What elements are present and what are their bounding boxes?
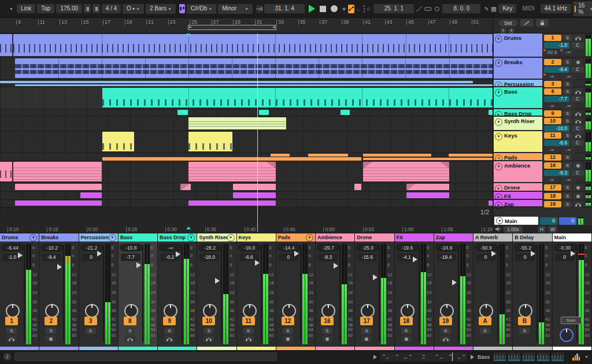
arrangement-track-percussion[interactable] — [0, 80, 493, 87]
cue-headphone-button[interactable] — [441, 336, 451, 342]
fader-handle[interactable] — [373, 274, 378, 280]
track-header-drone[interactable]: ▸Drone17S — [493, 183, 592, 192]
bar-number[interactable]: 41 — [363, 20, 371, 25]
clip[interactable] — [489, 200, 493, 206]
solo-button[interactable]: S — [563, 132, 572, 139]
fold-icon[interactable]: ▾ — [495, 35, 502, 43]
mixer-strip-b-delay[interactable]: B Delay-55.20606121824303642485460BS — [513, 233, 552, 350]
mixer-track-title[interactable]: Breaks — [39, 233, 78, 242]
draw-mode-icon[interactable]: ✎ — [484, 5, 489, 13]
midi-map-button[interactable]: MIDI — [518, 4, 538, 13]
peak-level-display[interactable]: -28.2 — [198, 244, 221, 251]
main-track-title[interactable]: Main — [494, 217, 538, 225]
solo-button[interactable]: S — [164, 328, 175, 334]
mixer-strip-main[interactable]: Main-0.300606121824303642485460Solo — [553, 233, 592, 350]
track-number-badge[interactable]: 1 — [5, 317, 18, 325]
arrangement-track-zap[interactable] — [0, 200, 493, 207]
clip[interactable] — [102, 157, 361, 161]
track-number-badge[interactable]: 3 — [84, 317, 97, 325]
arm-record-button[interactable] — [574, 193, 582, 199]
main-volume-field[interactable]: 0 — [540, 217, 557, 225]
zoom-width-button[interactable]: W — [548, 226, 557, 233]
punch-out-icon[interactable] — [434, 5, 441, 13]
tempo-field[interactable]: 175.00 — [56, 4, 82, 13]
scale-root-menu[interactable]: C#/Db▼ — [187, 4, 216, 14]
bar-number[interactable]: 21 — [146, 20, 154, 25]
mixer-track-title[interactable]: FX — [395, 233, 434, 242]
device-thumb[interactable] — [522, 352, 535, 362]
nudge-up-button[interactable]: |||| — [92, 4, 99, 13]
main-track-header[interactable]: Main 0 0 — [493, 216, 592, 225]
volume-field[interactable]: -7.7 — [544, 96, 569, 102]
mixer-strip-bass[interactable]: Bass-10.8-7.76061218243036424854608S — [119, 233, 158, 350]
cue-headphone-button[interactable] — [164, 336, 175, 342]
capture-midi-icon[interactable] — [364, 5, 365, 13]
fold-icon[interactable]: ▾ — [187, 234, 195, 242]
device-chain-overview[interactable] — [493, 352, 564, 362]
scrub-icon[interactable] — [520, 19, 533, 27]
track-header-drums[interactable]: ▾Drums1S-1.0C-52.8-∞ — [493, 34, 592, 58]
time-signature-field[interactable]: 4 / 4 — [102, 4, 121, 13]
bar-number[interactable]: 43 — [385, 20, 393, 25]
loop-start-marker-bottom[interactable] — [186, 226, 191, 229]
clip[interactable] — [188, 132, 232, 151]
solo-button[interactable]: S — [322, 328, 332, 334]
device-thumb[interactable] — [493, 352, 506, 362]
device-play-icon[interactable] — [471, 355, 474, 359]
peak-level-display[interactable]: -25.0 — [356, 244, 379, 251]
arm-record-button[interactable] — [574, 162, 582, 169]
clip[interactable] — [15, 84, 493, 86]
clip[interactable] — [180, 184, 191, 190]
arrangement-track-drums[interactable] — [0, 34, 493, 58]
fold-icon[interactable]: ▾ — [495, 163, 502, 170]
arrangement-track-synth-riser[interactable] — [0, 117, 493, 131]
track-number-badge[interactable]: 3 — [544, 81, 561, 87]
mixer-track-title[interactable]: Pads▾ — [276, 233, 315, 242]
mixer-strip-fx[interactable]: FX-19.6-4.160612182430364248546018S — [395, 233, 434, 350]
device-thumb[interactable] — [536, 352, 550, 362]
fold-icon[interactable] — [496, 217, 503, 224]
fader-handle[interactable] — [294, 251, 299, 257]
volume-field[interactable]: -9.4 — [544, 66, 569, 73]
record-button[interactable] — [331, 5, 338, 12]
pan-knob[interactable] — [45, 304, 59, 318]
clip[interactable] — [188, 200, 276, 206]
solo-button[interactable]: S — [480, 328, 490, 334]
pan-field[interactable]: C — [571, 42, 584, 49]
track-header-synth-riser[interactable]: ▾Synth Riser10S-18.0C — [493, 117, 592, 131]
track-number-badge[interactable]: 10 — [202, 317, 215, 325]
bar-number[interactable]: 19 — [125, 20, 132, 25]
bar-number[interactable]: 45 — [406, 20, 414, 25]
solo-button[interactable]: S — [283, 328, 293, 334]
lock-icon[interactable] — [536, 19, 549, 27]
bar-ruler[interactable]: 9111315171921232527293133353739414345474… — [0, 18, 493, 33]
mixer-track-title[interactable]: Keys — [237, 233, 276, 242]
clip[interactable] — [80, 192, 102, 198]
chevron-down-icon[interactable]: ▼ — [9, 7, 13, 11]
track-number-badge[interactable]: 9 — [163, 317, 176, 325]
fader-handle[interactable] — [176, 251, 180, 257]
peak-level-display[interactable]: -19.6 — [396, 244, 419, 251]
play-button[interactable] — [309, 5, 315, 13]
clip[interactable] — [363, 158, 493, 160]
fader-value-field[interactable]: -7.7 — [121, 254, 140, 261]
fold-icon[interactable]: ▾ — [29, 234, 37, 242]
solo-button[interactable]: S — [563, 110, 572, 117]
mixer-track-title[interactable]: Ambience — [316, 233, 354, 242]
peak-level-display[interactable]: -∞ — [159, 244, 182, 251]
fader-handle[interactable] — [531, 251, 535, 257]
track-header-bass-drop[interactable]: ▸Bass Drop9S — [493, 109, 592, 117]
bar-number[interactable]: 25 — [190, 20, 197, 25]
pan-field[interactable]: C — [571, 66, 584, 73]
fader-value-field[interactable]: -9.4 — [42, 254, 61, 261]
arm-record-button[interactable] — [46, 336, 56, 342]
bar-number[interactable]: 39 — [342, 20, 349, 25]
track-number-badge[interactable]: 19 — [544, 201, 561, 207]
fold-icon[interactable]: ▾ — [495, 89, 502, 96]
bar-number[interactable]: 13 — [60, 20, 67, 25]
volume-field[interactable]: -1.0 — [544, 42, 569, 49]
arrangement-track-drone[interactable] — [0, 183, 493, 192]
clip[interactable] — [259, 110, 269, 115]
pan-knob[interactable] — [124, 304, 138, 318]
arm-record-button[interactable] — [574, 184, 582, 191]
